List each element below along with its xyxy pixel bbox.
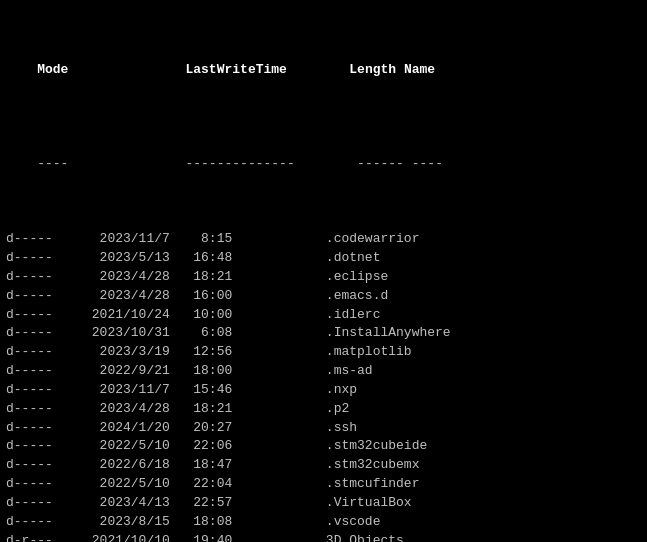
- name-header: Name: [404, 62, 435, 77]
- table-row: d----- 2023/11/7 8:15 .codewarrior: [6, 230, 641, 249]
- table-row: d----- 2023/10/31 6:08 .InstallAnywhere: [6, 324, 641, 343]
- length-header: Length: [349, 62, 396, 77]
- table-row: d----- 2023/4/28 16:00 .emacs.d: [6, 287, 641, 306]
- terminal-window: Mode LastWriteTime Length Name ---- ----…: [0, 0, 647, 542]
- table-body: d----- 2023/11/7 8:15 .codewarriord-----…: [6, 230, 641, 542]
- table-row: d----- 2021/10/24 10:00 .idlerc: [6, 306, 641, 325]
- table-row: d----- 2023/5/13 16:48 .dotnet: [6, 249, 641, 268]
- table-row: d----- 2022/6/18 18:47 .stm32cubemx: [6, 456, 641, 475]
- table-row: d----- 2023/11/7 15:46 .nxp: [6, 381, 641, 400]
- table-row: d-r--- 2021/10/10 19:40 3D Objects: [6, 532, 641, 542]
- table-row: d----- 2022/5/10 22:06 .stm32cubeide: [6, 437, 641, 456]
- table-row: d----- 2024/1/20 20:27 .ssh: [6, 419, 641, 438]
- table-row: d----- 2023/4/28 18:21 .p2: [6, 400, 641, 419]
- lwt-header: LastWriteTime: [185, 62, 286, 77]
- table-header: Mode LastWriteTime Length Name: [6, 42, 641, 99]
- table-row: d----- 2023/4/13 22:57 .VirtualBox: [6, 494, 641, 513]
- table-row: d----- 2023/3/19 12:56 .matplotlib: [6, 343, 641, 362]
- table-separator: ---- -------------- ------ ----: [6, 136, 641, 193]
- table-row: d----- 2022/5/10 22:04 .stmcufinder: [6, 475, 641, 494]
- table-row: d----- 2022/9/21 18:00 .ms-ad: [6, 362, 641, 381]
- table-row: d----- 2023/4/28 18:21 .eclipse: [6, 268, 641, 287]
- mode-header: Mode: [37, 62, 68, 77]
- table-row: d----- 2023/8/15 18:08 .vscode: [6, 513, 641, 532]
